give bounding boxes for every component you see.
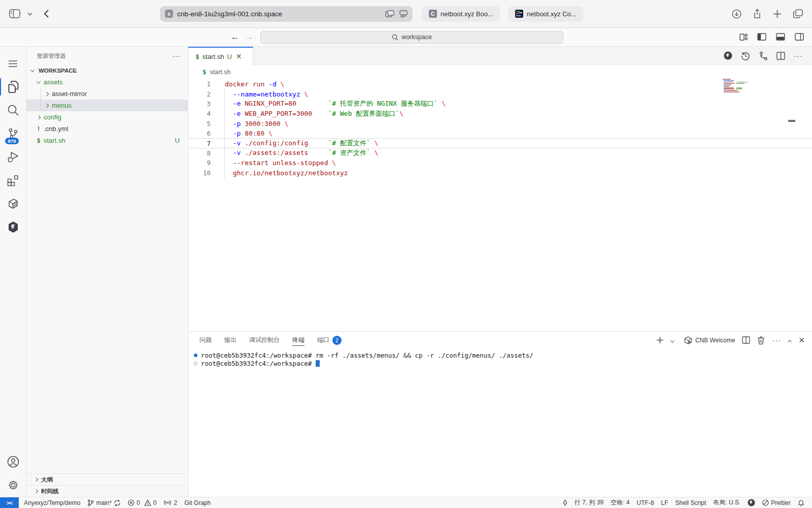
terminal-list-item[interactable]: CNB Welcome xyxy=(684,336,735,344)
toggle-primary-sidebar-icon[interactable] xyxy=(757,33,766,41)
formatter-item[interactable]: Prettier xyxy=(759,499,794,506)
cnb-view-icon[interactable] xyxy=(0,215,26,239)
split-terminal-icon[interactable] xyxy=(742,336,750,344)
ports-item[interactable]: 2 xyxy=(160,499,181,506)
keyboard-layout[interactable]: 布局: U.S. xyxy=(709,498,744,507)
maximize-panel-icon[interactable] xyxy=(788,336,791,345)
editor-back-icon[interactable]: ← xyxy=(231,33,239,42)
workspace-section-header[interactable]: WORKSPACE xyxy=(26,65,188,76)
editor-forward-icon[interactable]: → xyxy=(245,33,253,42)
file-tree-item-assets[interactable]: assets xyxy=(26,76,188,88)
browser-tab[interactable]: netboot.xyz Co... xyxy=(508,6,584,22)
file-tree-item-config[interactable]: config xyxy=(26,111,188,123)
code-line-5[interactable]: 5 -p 3000:3000 \ xyxy=(188,119,812,129)
terminal-line[interactable]: root@ceb5b3932fc4:/workspace# xyxy=(194,360,812,368)
close-panel-icon[interactable]: ✕ xyxy=(798,336,805,345)
code-line-6[interactable]: 6 -p 80:80 \ xyxy=(188,129,812,138)
git-branch-item[interactable]: main* xyxy=(84,499,124,506)
settings-gear-icon[interactable] xyxy=(0,473,26,497)
encoding[interactable]: UTF-8 xyxy=(633,499,658,506)
breadcrumb[interactable]: $ start.sh xyxy=(188,65,812,79)
file-tree-item-menus[interactable]: menus xyxy=(26,100,188,111)
code-line-3[interactable]: 3 -e NGINX_PORT=80 `# 托管资产的 NGINX 服务器端口`… xyxy=(188,99,812,109)
source-control-graph-icon[interactable] xyxy=(759,51,768,60)
remote-indicator[interactable]: >< xyxy=(0,497,19,508)
terminal-line[interactable]: root@ceb5b3932fc4:/workspace# rm -rf ./a… xyxy=(194,352,812,360)
explorer-more-actions-icon[interactable]: ··· xyxy=(172,52,181,60)
file-tree-item--cnb-yml[interactable]: !.cnb.yml xyxy=(26,123,188,135)
cnb-action-icon[interactable] xyxy=(724,51,732,60)
container-view-icon[interactable] xyxy=(0,192,26,215)
code-line-2[interactable]: 2 --name=netbootxyz \ xyxy=(188,89,812,99)
repo-name[interactable]: Anyexyz/Temp/demo xyxy=(20,499,84,506)
port-indicator-icon[interactable] xyxy=(559,499,571,506)
browser-back-icon[interactable] xyxy=(44,9,49,18)
command-center-search[interactable]: workspace xyxy=(260,31,563,44)
file-tree-item-asset-mirror[interactable]: asset-mirror xyxy=(26,88,188,100)
line-number: 2 xyxy=(188,90,211,98)
tab-overview-icon[interactable] xyxy=(793,9,803,18)
minimap[interactable] xyxy=(723,79,762,93)
kill-terminal-trash-icon[interactable] xyxy=(757,336,765,344)
code-line-10[interactable]: 10 ghcr.io/netbootxyz/netbootxyz xyxy=(188,168,812,178)
panel-tab-调试控制台[interactable]: 调试控制台 xyxy=(249,332,280,348)
source-control-view-icon[interactable]: 879 xyxy=(0,122,26,145)
panel-more-actions-icon[interactable]: ··· xyxy=(772,336,781,344)
git-graph-item[interactable]: Git Graph xyxy=(181,499,214,506)
terminal-launch-dropdown-icon[interactable] xyxy=(671,336,674,345)
code-line-7[interactable]: 7 -v ./config:/config `# 配置文件` \ xyxy=(188,138,812,148)
vscode-titlebar: ← → workspace xyxy=(0,28,812,47)
panel-tab-输出[interactable]: 输出 xyxy=(224,332,236,348)
new-terminal-icon[interactable] xyxy=(656,336,664,344)
problems-item[interactable]: 0 0 xyxy=(124,499,160,506)
chevron-down-icon[interactable] xyxy=(27,12,32,16)
extensions-view-icon[interactable] xyxy=(0,169,26,192)
browser-tab[interactable]: Cnetboot.xyz Boo... xyxy=(422,6,500,22)
menu-icon[interactable] xyxy=(0,52,26,75)
code-line-8[interactable]: 8 -v ./assets:/assets `# 资产文件` \ xyxy=(188,148,812,158)
line-number: 7 xyxy=(188,140,211,147)
editor-tab-start-sh[interactable]: $ start.sh U ✕ xyxy=(188,47,253,65)
indentation[interactable]: 空格: 4 xyxy=(607,498,633,507)
cnb-status-icon[interactable] xyxy=(744,499,759,506)
toggle-secondary-sidebar-icon[interactable] xyxy=(795,33,804,41)
timeline-section-header[interactable]: 时间线 xyxy=(26,485,188,497)
scm-badge: 879 xyxy=(5,138,19,145)
code-line-1[interactable]: 1docker run -d \ xyxy=(188,79,812,89)
account-icon[interactable] xyxy=(0,450,26,473)
toggle-panel-icon[interactable] xyxy=(776,33,785,41)
split-editor-icon[interactable] xyxy=(776,52,785,60)
panel-tab-问题[interactable]: 问题 xyxy=(199,332,212,348)
file-type-icon: $ xyxy=(35,137,43,144)
browser-sidebar-toggle-icon[interactable] xyxy=(9,9,20,18)
share-icon[interactable] xyxy=(753,9,761,19)
eol[interactable]: LF xyxy=(658,499,672,506)
new-tab-icon[interactable] xyxy=(773,10,782,18)
language-mode[interactable]: Shell Script xyxy=(672,499,710,506)
downloads-icon[interactable] xyxy=(732,9,741,19)
run-debug-view-icon[interactable] xyxy=(0,145,26,169)
address-bar[interactable]: x cnb-en8-1iu2sg3ml-001.cnb.space xyxy=(160,6,413,22)
code-editor[interactable]: 1docker run -d \2 --name=netbootxyz \3 -… xyxy=(188,79,812,331)
search-view-icon[interactable] xyxy=(0,99,26,122)
customize-layout-icon[interactable] xyxy=(739,33,748,41)
editor-more-actions-icon[interactable]: ··· xyxy=(794,51,803,60)
timeline-section-label: 时间线 xyxy=(41,488,59,495)
reader-view-icon[interactable] xyxy=(399,10,408,17)
file-tree-item-start-sh[interactable]: $start.shU xyxy=(26,135,188,146)
code-line-9[interactable]: 9 --restart unless-stopped \ xyxy=(188,158,812,168)
code-line-4[interactable]: 4 -e WEB_APP_PORT=3000 `# Web 配置界面端口`\ xyxy=(188,109,812,118)
chevron-right-icon xyxy=(37,115,41,119)
tab-close-icon[interactable]: ✕ xyxy=(236,52,242,60)
outline-section-header[interactable]: 大纲 xyxy=(26,473,188,485)
panel-tab-终端[interactable]: 终端 xyxy=(292,332,304,348)
picture-in-picture-icon[interactable] xyxy=(385,10,394,17)
explorer-view-icon[interactable] xyxy=(0,75,26,99)
search-icon xyxy=(392,34,398,41)
cursor-position[interactable]: 行 7, 列 39 xyxy=(571,498,607,507)
notifications-bell-icon[interactable] xyxy=(794,499,808,506)
file-name: config xyxy=(44,113,61,121)
panel-tab-端口[interactable]: 端口2 xyxy=(317,332,342,348)
terminal[interactable]: root@ceb5b3932fc4:/workspace# rm -rf ./a… xyxy=(188,348,812,367)
timeline-history-icon[interactable] xyxy=(741,51,750,60)
